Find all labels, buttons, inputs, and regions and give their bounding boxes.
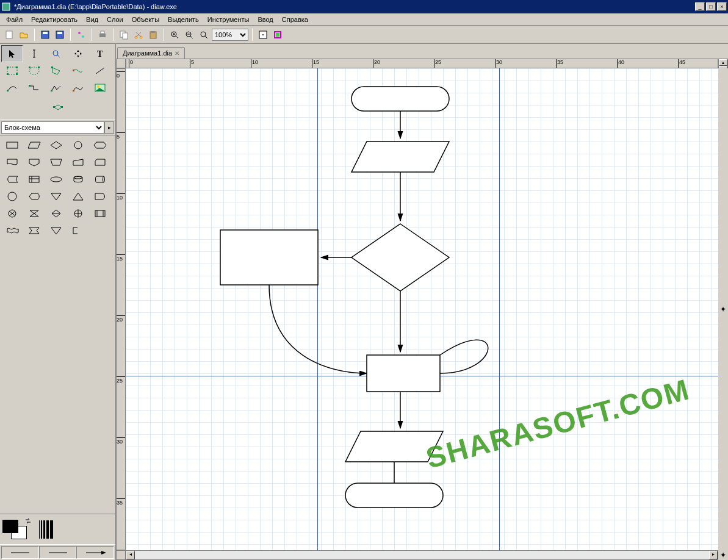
shape-connector[interactable] (67, 137, 89, 154)
magnify-tool[interactable] (45, 45, 67, 62)
scrollbar-horizontal[interactable]: ◂ ▸ (126, 550, 718, 560)
shape-extract[interactable] (67, 188, 89, 205)
shape-preparation[interactable] (89, 137, 111, 154)
scroll-corner-nav[interactable]: ✦ (718, 68, 728, 550)
shape-direct-data[interactable] (89, 171, 111, 188)
export-button[interactable] (74, 28, 88, 41)
menu-file[interactable]: Файл (2, 15, 26, 24)
shape-annotation[interactable] (67, 222, 89, 239)
save-as-button[interactable] (53, 28, 67, 41)
close-button[interactable]: × (717, 2, 727, 11)
menu-tools[interactable]: Инструменты (204, 15, 253, 24)
new-file-button[interactable] (2, 28, 16, 41)
line-style[interactable] (39, 546, 77, 559)
shape-input[interactable] (351, 142, 449, 172)
shape-manual-op[interactable] (45, 154, 67, 171)
polygon-tool[interactable] (45, 62, 67, 79)
menu-view[interactable]: Вид (82, 15, 102, 24)
bezier-tool[interactable] (67, 79, 89, 96)
outline-tool[interactable] (47, 99, 69, 116)
cut-button[interactable] (132, 28, 145, 41)
foreground-color[interactable] (2, 520, 18, 533)
menu-objects[interactable]: Объекты (128, 15, 163, 24)
shape-merge[interactable] (45, 188, 67, 205)
zoom-select[interactable]: 100% (212, 29, 248, 41)
zigzag-tool[interactable] (23, 79, 45, 96)
shape-predefined[interactable] (89, 205, 111, 222)
menu-input[interactable]: Ввод (254, 15, 276, 24)
shape-decision[interactable] (351, 224, 449, 291)
minimize-button[interactable]: _ (695, 2, 705, 11)
shape-merge-down[interactable] (45, 222, 67, 239)
copy-button[interactable] (117, 28, 131, 41)
scroll-up-button[interactable]: ▴ (719, 59, 727, 66)
print-button[interactable] (96, 28, 109, 41)
line-end-arrow[interactable] (76, 546, 114, 559)
menu-select[interactable]: Выделить (164, 15, 203, 24)
stencil-menu-button[interactable]: ▸ (104, 121, 114, 134)
shape-sum[interactable] (67, 205, 89, 222)
shape-collate[interactable] (23, 205, 45, 222)
shape-database[interactable] (67, 171, 89, 188)
scroll-tool[interactable] (67, 45, 89, 62)
scroll-left-button[interactable]: ◂ (126, 551, 135, 559)
shape-decision[interactable] (45, 137, 67, 154)
shape-internal-storage[interactable] (23, 171, 45, 188)
image-tool[interactable] (89, 79, 111, 96)
shape-display[interactable] (23, 188, 45, 205)
maximize-button[interactable]: □ (706, 2, 716, 11)
zoom-out-button[interactable] (182, 28, 196, 41)
swap-colors-icon[interactable] (24, 517, 32, 525)
shape-manual-input[interactable] (67, 154, 89, 171)
line-tool[interactable] (89, 62, 111, 79)
shape-terminator[interactable] (45, 171, 67, 188)
canvas[interactable]: SHARASOFT.COM (126, 68, 718, 550)
save-button[interactable] (38, 28, 52, 41)
shape-circle-connector[interactable] (1, 188, 23, 205)
shape-or[interactable] (1, 205, 23, 222)
shape-terminator-end[interactable] (345, 483, 443, 508)
ruler-horizontal[interactable]: 0 5 10 15 20 25 30 35 40 45 (126, 59, 718, 68)
shape-sort[interactable] (45, 205, 67, 222)
shape-process[interactable] (1, 137, 23, 154)
pointer-tool[interactable] (1, 45, 23, 62)
ellipse-tool[interactable] (23, 62, 45, 79)
shape-tape[interactable] (1, 222, 23, 239)
shape-card[interactable] (89, 154, 111, 171)
menu-edit[interactable]: Редактировать (27, 15, 81, 24)
zoom-fit-button[interactable] (197, 28, 211, 41)
shape-terminator-start[interactable] (351, 87, 449, 111)
scroll-corner[interactable]: ✦ (718, 550, 728, 560)
shape-data[interactable] (23, 137, 45, 154)
text-tool[interactable]: T (89, 45, 111, 62)
scrollbar-vertical[interactable]: ▴ ▾ (718, 59, 728, 68)
polyline-tool[interactable] (45, 79, 67, 96)
line-width-control[interactable] (39, 520, 53, 539)
zoom-in-button[interactable] (168, 28, 181, 41)
box-tool[interactable] (1, 62, 23, 79)
beziergon-tool[interactable] (67, 62, 89, 79)
line-start-arrow[interactable] (1, 546, 39, 559)
shape-document[interactable] (1, 154, 23, 171)
snap-toggle-button[interactable] (271, 28, 284, 41)
arc-tool[interactable] (1, 79, 23, 96)
shape-process-left[interactable] (220, 230, 318, 285)
open-file-button[interactable] (17, 28, 31, 41)
shape-process-2[interactable] (367, 355, 440, 392)
grid-toggle-button[interactable] (256, 28, 270, 41)
scroll-right-button[interactable]: ▸ (709, 551, 718, 559)
shape-stored-data[interactable] (1, 171, 23, 188)
text-cursor-tool[interactable] (23, 45, 45, 62)
shape-delay[interactable] (89, 188, 111, 205)
shape-output[interactable] (345, 431, 443, 462)
shape-loop[interactable] (23, 222, 45, 239)
document-tab[interactable]: Диаграмма1.dia ✕ (117, 47, 185, 59)
ruler-vertical[interactable]: 0 5 10 15 20 25 30 35 (116, 68, 126, 550)
menu-help[interactable]: Справка (278, 15, 312, 24)
shape-offpage[interactable] (23, 154, 45, 171)
tab-close-icon[interactable]: ✕ (175, 50, 179, 57)
menu-layers[interactable]: Слои (103, 15, 127, 24)
paste-button[interactable] (146, 28, 160, 41)
stencil-category-select[interactable]: Блок-схема (1, 121, 104, 134)
color-swatch[interactable] (2, 520, 27, 539)
